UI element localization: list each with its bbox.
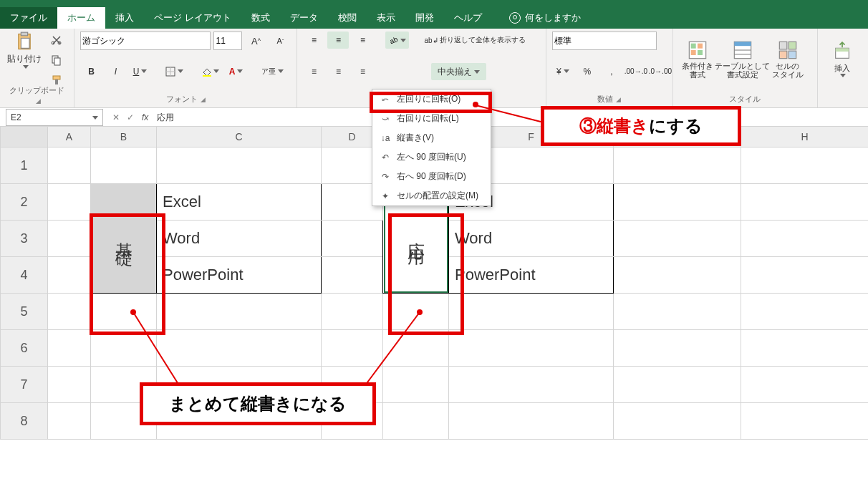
decrease-decimal-button[interactable]: .0→.00 — [650, 63, 671, 80]
menu-vertical-text[interactable]: ↓a縦書き(V) — [372, 128, 491, 147]
svg-rect-6 — [54, 58, 60, 65]
underline-button[interactable]: U — [129, 63, 150, 80]
percent-button[interactable]: % — [577, 63, 598, 80]
comma-button[interactable]: , — [601, 63, 622, 80]
svg-rect-12 — [203, 75, 211, 77]
wrap-icon: ab↲ — [424, 37, 438, 44]
tab-insert[interactable]: 挿入 — [105, 7, 144, 29]
merge-center-button[interactable]: 中央揃え — [431, 63, 486, 80]
paste-button[interactable]: 貼り付け — [6, 32, 43, 69]
svg-rect-20 — [734, 42, 751, 46]
italic-button[interactable]: I — [105, 63, 126, 80]
font-color-button[interactable]: A — [225, 63, 246, 80]
tab-home[interactable]: ホーム — [57, 7, 105, 29]
row-header-5[interactable]: 5 — [1, 294, 48, 330]
row-header-4[interactable]: 4 — [1, 257, 48, 294]
tab-file[interactable]: ファイル — [0, 7, 57, 29]
wrap-text-label: 折り返して全体を表示する — [440, 35, 526, 45]
copy-icon — [51, 54, 62, 66]
font-size-combo[interactable] — [213, 32, 242, 50]
col-header-H[interactable]: H — [741, 127, 869, 147]
fill-color-button[interactable] — [198, 63, 222, 80]
align-left-button[interactable]: ≡ — [303, 63, 324, 80]
formula-text[interactable]: 応用 — [153, 112, 868, 124]
tab-pagelayout[interactable]: ページ レイアウト — [144, 7, 241, 29]
cancel-entry-button[interactable]: ✕ — [109, 112, 123, 122]
borders-button[interactable] — [163, 63, 186, 80]
increase-decimal-button[interactable]: .00→.0 — [625, 63, 647, 80]
callout-step3-black: にする — [649, 115, 703, 137]
menu-rotate-up[interactable]: ↶左へ 90 度回転(U) — [372, 147, 491, 167]
svg-rect-24 — [789, 42, 796, 49]
insert-cells-button[interactable]: 挿入 — [824, 42, 861, 77]
number-format-combo[interactable] — [552, 32, 657, 50]
cell-C4[interactable]: PowerPoint — [157, 257, 322, 294]
svg-rect-15 — [691, 44, 696, 49]
align-center-button[interactable]: ≡ — [327, 63, 349, 80]
phonetic-button[interactable]: ア亜 — [259, 63, 286, 80]
font-name-combo[interactable] — [80, 32, 211, 50]
align-right-button[interactable]: ≡ — [352, 63, 373, 80]
tell-me[interactable]: 何をしますか — [499, 7, 591, 29]
menu-cw-label: 右回りに回転(L) — [397, 112, 459, 125]
menu-rotate-down[interactable]: ↷右へ 90 度回転(D) — [372, 167, 491, 186]
row-header-1[interactable]: 1 — [1, 147, 48, 184]
align-middle-button[interactable]: ≡ — [327, 32, 349, 49]
select-all-corner[interactable] — [1, 127, 48, 147]
tab-review[interactable]: 校閲 — [328, 7, 367, 29]
cell-F4[interactable]: PowerPoint — [449, 257, 614, 294]
bold-button[interactable]: B — [80, 63, 102, 80]
cut-button[interactable] — [46, 32, 67, 49]
row-header-7[interactable]: 7 — [1, 367, 48, 403]
tab-view[interactable]: 表示 — [367, 7, 405, 29]
conditional-formatting-button[interactable]: 条件付き 書式 — [679, 40, 716, 79]
name-box[interactable]: E2 — [6, 109, 103, 126]
increase-font-button[interactable]: A^ — [245, 32, 266, 49]
svg-rect-25 — [779, 51, 787, 59]
chevron-down-icon — [564, 69, 569, 73]
orientation-button[interactable]: ab — [385, 32, 409, 49]
chevron-down-icon — [213, 69, 219, 73]
col-header-B[interactable]: B — [91, 127, 157, 147]
tab-developer[interactable]: 開発 — [405, 7, 444, 29]
cell-style-icon — [778, 40, 798, 60]
callout-step3-red: ③縦書き — [579, 115, 649, 137]
row-header-3[interactable]: 3 — [1, 221, 48, 257]
callout-result-label: まとめて縦書きになる — [169, 392, 347, 415]
row-header-2[interactable]: 2 — [1, 184, 48, 221]
col-header-C[interactable]: C — [157, 127, 322, 147]
tab-formulas[interactable]: 数式 — [241, 7, 280, 29]
tab-help[interactable]: ヘルプ — [444, 7, 492, 29]
cell-C3[interactable]: Word — [157, 221, 322, 257]
cond-format-label: 条件付き 書式 — [682, 62, 713, 79]
chevron-down-icon — [178, 69, 183, 73]
copy-button[interactable] — [46, 52, 67, 69]
dialog-launcher-icon[interactable]: ◢ — [36, 97, 41, 105]
wrap-text-button[interactable]: ab↲ 折り返して全体を表示する — [421, 32, 529, 49]
group-styles: 条件付き 書式 テーブルとして 書式設定 セルの スタイル スタイル — [673, 29, 818, 107]
cell-styles-button[interactable]: セルの スタイル — [769, 40, 806, 79]
decrease-font-button[interactable]: Aˇ — [269, 32, 291, 49]
menu-alignment-settings[interactable]: ✦セルの配置の設定(M) — [372, 186, 491, 205]
col-header-A[interactable]: A — [48, 127, 91, 147]
dialog-launcher-icon[interactable]: ◢ — [616, 96, 621, 103]
dialog-launcher-icon[interactable]: ◢ — [201, 96, 206, 103]
format-as-table-button[interactable]: テーブルとして 書式設定 — [719, 40, 766, 79]
align-bottom-button[interactable]: ≡ — [352, 32, 373, 49]
row-header-8[interactable]: 8 — [1, 403, 48, 440]
rotate-down-icon: ↷ — [380, 171, 391, 183]
align-top-button[interactable]: ≡ — [303, 32, 324, 49]
cell-C2[interactable]: Excel — [157, 184, 322, 221]
tab-data[interactable]: データ — [280, 7, 328, 29]
svg-rect-23 — [779, 42, 787, 49]
tell-me-label: 何をしますか — [525, 11, 581, 24]
row-header-6[interactable]: 6 — [1, 330, 48, 367]
menu-down-label: 右へ 90 度回転(D) — [397, 170, 466, 183]
confirm-entry-button[interactable]: ✓ — [123, 112, 138, 122]
cell-F3[interactable]: Word — [449, 221, 614, 257]
cell-C3-value: Word — [157, 226, 321, 251]
fx-icon[interactable]: fx — [142, 112, 148, 122]
cell-C4-value: PowerPoint — [157, 263, 321, 287]
accounting-format-button[interactable]: ¥ — [552, 63, 574, 80]
svg-rect-18 — [698, 50, 703, 55]
